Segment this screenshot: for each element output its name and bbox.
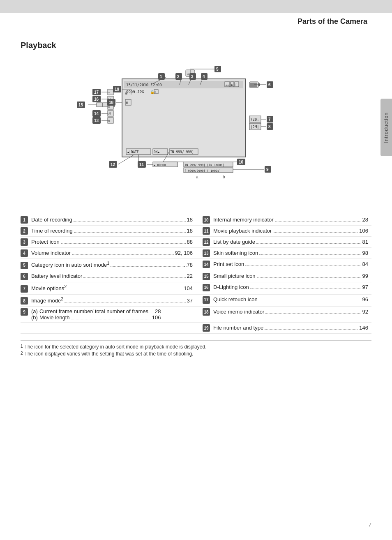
- item-dots: [72, 254, 174, 255]
- subitem-dots: [71, 319, 151, 319]
- item-page: 146: [359, 325, 368, 331]
- svg-text:15: 15: [78, 103, 83, 107]
- legend-row: 9(a)Current frame number/ total number o…: [21, 307, 371, 323]
- item-text: Movie playback indicator: [213, 228, 272, 234]
- svg-text:13: 13: [94, 118, 99, 123]
- svg-text:◄◄: ◄◄: [225, 83, 229, 87]
- item-num: 3: [21, 238, 28, 246]
- svg-text:OK▶: OK▶: [154, 150, 160, 154]
- svg-text:10: 10: [239, 160, 244, 164]
- legend-row: 5Category icon in auto sort mode1...7814…: [21, 259, 371, 271]
- item-dots: [259, 301, 361, 301]
- item-page: ...78: [182, 262, 193, 268]
- svg-text:8: 8: [268, 125, 271, 129]
- item-dots: [111, 266, 181, 267]
- item-text: Quick retouch icon: [213, 296, 258, 302]
- item-num: 16: [203, 284, 210, 291]
- legend-item-10: 10Internal memory indicator28: [203, 216, 368, 224]
- legend-cell-right: 13Skin softening icon98: [196, 248, 371, 259]
- item-num: 1: [21, 216, 28, 224]
- item-dots: [275, 221, 361, 222]
- svg-text:🖨: 🖨: [108, 112, 111, 115]
- item-text: Protect icon: [31, 239, 60, 245]
- subitem-label: (b): [31, 314, 38, 321]
- item-dots: [257, 277, 361, 278]
- legend-item-6: 6Battery level indicator22: [21, 273, 193, 280]
- item-num: 10: [203, 216, 210, 224]
- legend-cell-right: 16D-Lighting icon97: [196, 282, 371, 294]
- legend-cell-right: 17Quick retouch icon96: [196, 294, 371, 307]
- svg-text:◄|DATE: ◄|DATE: [127, 150, 139, 154]
- page-title: Parts of the Camera: [0, 13, 392, 28]
- item-text: Small picture icon: [213, 273, 256, 279]
- svg-text:IN 999/ 999] [IN  1m00s]: IN 999/ 999] [IN 1m00s]: [184, 164, 224, 167]
- subitem-dots: [150, 313, 154, 313]
- legend-row: 8Image mode23717Quick retouch icon96: [21, 294, 371, 307]
- legend-cell-right: 19File number and type146: [196, 323, 371, 334]
- legend-cell-left: [21, 323, 196, 334]
- item-page: 37: [187, 298, 193, 304]
- legend-row: 19File number and type146: [21, 323, 371, 334]
- item-dots: [265, 313, 361, 314]
- svg-text:1: 1: [160, 74, 162, 79]
- svg-text:5: 5: [216, 67, 219, 72]
- svg-text:18: 18: [109, 100, 114, 105]
- legend-item-13: 13Skin softening icon98: [203, 249, 368, 257]
- item-num: 11: [203, 227, 210, 235]
- svg-text:6: 6: [268, 83, 271, 87]
- item-page: 96: [362, 296, 368, 302]
- item-num: 4: [21, 249, 28, 257]
- legend-row: 1Date of recording1810Internal memory in…: [21, 215, 371, 226]
- legend-cell-left: 6Battery level indicator22: [21, 271, 196, 282]
- item-num: 19: [203, 324, 210, 332]
- svg-text:a: a: [196, 175, 198, 179]
- item-text: File number and type: [213, 325, 263, 331]
- item-num: 12: [203, 238, 210, 246]
- item-page: 22: [187, 273, 193, 279]
- svg-text:4: 4: [203, 74, 205, 79]
- svg-text:11: 11: [139, 162, 144, 167]
- legend-item-7: 7Movie options2104: [21, 284, 193, 293]
- legend-cell-right: 14Print set icon84: [196, 259, 371, 271]
- subitem-text: Current frame number/ total number of fr…: [39, 308, 148, 314]
- item-num: 18: [203, 308, 210, 316]
- subitem-page: 106: [152, 314, 161, 321]
- item-num: 6: [21, 273, 28, 280]
- item-text: Time of recording: [31, 228, 73, 234]
- legend-item-18: 18Voice memo indicator92: [203, 308, 368, 316]
- legend-cell-right: 18Voice memo indicator92: [196, 307, 371, 323]
- svg-text:⊡: ⊡: [187, 72, 189, 76]
- item-num: 7: [21, 285, 28, 293]
- footnote-num: 2: [21, 351, 23, 357]
- svg-text:⊡: ⊡: [125, 92, 127, 95]
- footnote-text: The icon for the selected category in au…: [25, 344, 207, 350]
- legend-cell-right: 11Movie playback indicator106: [196, 226, 371, 237]
- legend-item-19: 19File number and type146: [203, 324, 368, 332]
- legend-row: 7Movie options210416D-Lighting icon97: [21, 282, 371, 294]
- svg-text:IN 999/ 999]: IN 999/ 999]: [170, 150, 194, 154]
- svg-text:▶ 00:00: ▶ 00:00: [154, 164, 166, 167]
- item-page: 106: [359, 228, 368, 234]
- item-num: 14: [203, 261, 210, 268]
- item-page: 81: [362, 239, 368, 245]
- main-content: Playback 15/11/2010 12:00 ◄◄ ● T 9999.JP…: [0, 28, 392, 366]
- page-number: 7: [369, 522, 371, 528]
- item-dots: [265, 329, 358, 330]
- item-text: Voice memo indicator: [213, 309, 264, 315]
- svg-text:720:: 720:: [250, 118, 259, 122]
- subitem-label: (a): [31, 308, 38, 314]
- footnote-num: 1: [21, 344, 23, 350]
- item-num: 2: [21, 227, 28, 235]
- legend-item-15: 15Small picture icon99: [203, 273, 368, 280]
- footnotes: 1The icon for the selected category in a…: [21, 340, 371, 357]
- legend-item-12: 12List by date guide81: [203, 238, 368, 246]
- legend-item-16: 16D-Lighting icon97: [203, 284, 368, 291]
- item-dots: [74, 232, 186, 233]
- item-page: 92: [362, 309, 368, 315]
- svg-text:9: 9: [266, 167, 269, 172]
- svg-text:✦: ✦: [108, 90, 110, 94]
- svg-text:14: 14: [94, 111, 99, 116]
- svg-text:[ 9999/9999] [   1m00s]: [ 9999/9999] [ 1m00s]: [184, 169, 221, 173]
- item-sup: 2: [64, 284, 67, 289]
- legend-item-11: 11Movie playback indicator106: [203, 227, 368, 235]
